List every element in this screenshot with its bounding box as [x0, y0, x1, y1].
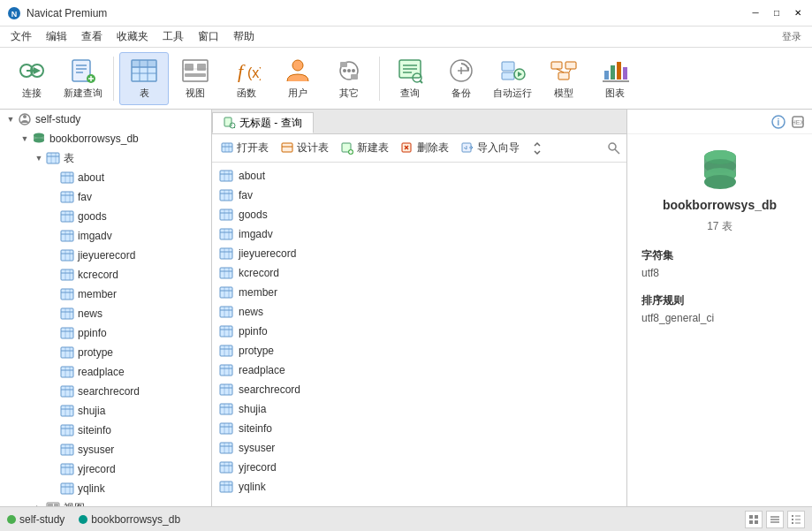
import-wizard-label: 导入向导 — [477, 140, 520, 156]
sidebar-table-imgadv[interactable]: imgadv — [0, 226, 211, 246]
table-list-item-sysuser[interactable]: sysuser — [212, 438, 626, 458]
sidebar-table-sysuser[interactable]: sysuser — [0, 440, 211, 459]
svg-point-28 — [343, 69, 346, 72]
menu-tools[interactable]: 工具 — [156, 27, 191, 46]
toolbar-query[interactable]: 查询 — [385, 52, 435, 105]
sidebar-item-connection[interactable]: ▼ self-study — [0, 110, 211, 129]
menu-favorites[interactable]: 收藏夹 — [110, 27, 156, 46]
table-list-item-ppinfo[interactable]: ppinfo — [212, 322, 626, 341]
sidebar-table-yqlink[interactable]: yqlink — [0, 479, 211, 498]
app-title: Navicat Premium — [27, 7, 748, 19]
sidebar-table-protype[interactable]: protype — [0, 343, 211, 362]
table-list-item-siteinfo[interactable]: siteinfo — [212, 419, 626, 438]
expand-icon-yjrecord — [46, 462, 60, 476]
toolbar-table[interactable]: 表 — [119, 52, 169, 105]
sidebar-table-fav[interactable]: fav — [0, 187, 211, 207]
sidebar-table-goods[interactable]: goods — [0, 207, 211, 226]
model-label: 模型 — [554, 87, 573, 100]
sidebar-table-searchrecord[interactable]: searchrecord — [0, 382, 211, 401]
info-icon[interactable]: i — [771, 115, 785, 129]
toolbar-connect[interactable]: 连接 — [7, 52, 57, 105]
toolbar-user[interactable]: 用户 — [273, 52, 323, 105]
sidebar-table-shujia[interactable]: shujia — [0, 401, 211, 421]
import-wizard-button[interactable]: 导入向导 — [456, 137, 525, 160]
new-table-button[interactable]: 新建表 — [336, 137, 394, 160]
chart-label: 图表 — [605, 87, 625, 100]
menu-window[interactable]: 窗口 — [191, 27, 226, 46]
toolbar-chart[interactable]: 图表 — [590, 52, 640, 105]
table-list-item-shujia[interactable]: shujia — [212, 399, 626, 419]
list-view-button[interactable] — [766, 511, 784, 528]
sidebar-table-member[interactable]: member — [0, 284, 211, 304]
table-list-item-yjrecord[interactable]: yjrecord — [212, 458, 626, 477]
design-table-icon — [281, 142, 293, 155]
sidebar-item-database[interactable]: ▼ bookborrowsys_db — [0, 129, 211, 148]
menu-edit[interactable]: 编辑 — [39, 27, 74, 46]
sidebar-table-about[interactable]: about — [0, 168, 211, 187]
design-table-button[interactable]: 设计表 — [276, 137, 334, 160]
user-icon — [284, 57, 312, 85]
table-list-item-yqlink[interactable]: yqlink — [212, 477, 626, 497]
table-list-icon-about — [219, 169, 233, 183]
table-list-icon-sysuser — [219, 441, 233, 455]
table-list-item-protype[interactable]: protype — [212, 341, 626, 360]
table-list-item-fav[interactable]: fav — [212, 186, 626, 205]
delete-table-button[interactable]: 删除表 — [396, 137, 454, 160]
table-list-item-imgadv[interactable]: imgadv — [212, 224, 626, 244]
minimize-button[interactable]: ─ — [748, 6, 763, 20]
close-button[interactable]: ✕ — [791, 6, 805, 20]
toolbar-autorun[interactable]: 自动运行 — [488, 52, 537, 105]
expand-icon-shujia — [46, 404, 60, 418]
toolbar-function[interactable]: f (x) 函数 — [222, 52, 271, 105]
detail-view-button[interactable] — [787, 511, 805, 528]
table-list-item-readplace[interactable]: readplace — [212, 360, 626, 380]
sidebar-table-news[interactable]: news — [0, 304, 211, 323]
content-area: 无标题 - 查询 打开表 设计表 — [212, 110, 626, 506]
svg-rect-46 — [565, 62, 576, 69]
tab-untitled-query[interactable]: 无标题 - 查询 — [212, 112, 314, 133]
table-label-searchrecord: searchrecord — [78, 385, 140, 398]
svg-rect-133 — [48, 504, 53, 506]
svg-rect-144 — [224, 118, 231, 126]
toolbar-other[interactable]: 其它 — [324, 52, 374, 105]
expand-icon-yqlink — [46, 482, 60, 496]
menu-help[interactable]: 帮助 — [226, 27, 262, 46]
svg-rect-32 — [351, 74, 358, 80]
table-list-name-jieyuerecord: jieyuerecord — [239, 247, 296, 260]
sidebar-table-siteinfo[interactable]: siteinfo — [0, 421, 211, 440]
hex-icon[interactable]: HEX — [791, 115, 805, 129]
table-list-item-searchrecord[interactable]: searchrecord — [212, 380, 626, 399]
svg-rect-244 — [755, 515, 758, 519]
table-list-item-about[interactable]: about — [212, 166, 626, 186]
table-icon — [130, 57, 158, 85]
table-list-icon-jieyuerecord — [219, 247, 233, 261]
sidebar-item-views[interactable]: ▶ 视图 — [0, 498, 211, 506]
more-button[interactable] — [527, 137, 548, 160]
table-list-item-goods[interactable]: goods — [212, 205, 626, 224]
search-button[interactable] — [605, 140, 623, 157]
table-list-item-member[interactable]: member — [212, 283, 626, 302]
table-list-item-kcrecord[interactable]: kcrecord — [212, 263, 626, 283]
toolbar-view[interactable]: 视图 — [171, 52, 220, 105]
restore-button[interactable]: □ — [770, 6, 784, 20]
menu-view[interactable]: 查看 — [74, 27, 110, 46]
sidebar-table-kcrecord[interactable]: kcrecord — [0, 265, 211, 284]
grid-view-button[interactable] — [745, 511, 763, 528]
toolbar-new-query[interactable]: 新建查询 — [58, 52, 108, 105]
table-label-protype: protype — [78, 346, 113, 359]
table-icon-kcrecord — [60, 268, 74, 282]
svg-rect-31 — [340, 62, 347, 67]
table-list-item-news[interactable]: news — [212, 302, 626, 322]
sidebar-table-ppinfo[interactable]: ppinfo — [0, 323, 211, 343]
table-list-item-jieyuerecord[interactable]: jieyuerecord — [212, 244, 626, 263]
toolbar-model[interactable]: 模型 — [539, 52, 588, 105]
sidebar-table-readplace[interactable]: readplace — [0, 362, 211, 382]
open-table-button[interactable]: 打开表 — [216, 137, 274, 160]
toolbar-backup[interactable]: 备份 — [436, 52, 486, 105]
sidebar-table-yjrecord[interactable]: yjrecord — [0, 459, 211, 479]
database-label: bookborrowsys_db — [49, 133, 139, 145]
menu-file[interactable]: 文件 — [4, 27, 39, 46]
table-label-about: about — [78, 171, 104, 184]
sidebar-item-tables-section[interactable]: ▼ 表 — [0, 148, 211, 168]
sidebar-table-jieyuerecord[interactable]: jieyuerecord — [0, 246, 211, 265]
